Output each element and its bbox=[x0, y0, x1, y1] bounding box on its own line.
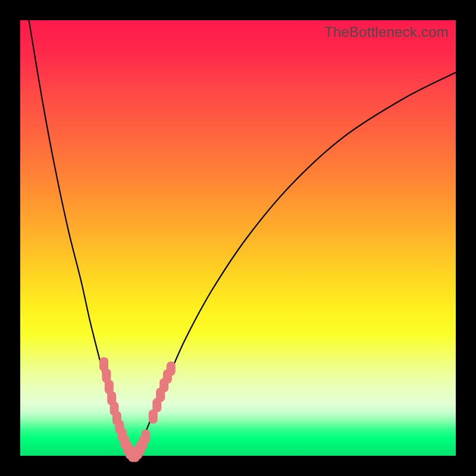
bottleneck-curve bbox=[29, 20, 456, 456]
curve-svg bbox=[20, 20, 456, 456]
highlight-markers bbox=[99, 357, 176, 462]
marker-point bbox=[141, 430, 150, 444]
plot-area: TheBottleneck.com bbox=[20, 20, 456, 456]
chart-frame: TheBottleneck.com bbox=[0, 0, 476, 476]
marker-point bbox=[167, 362, 176, 376]
